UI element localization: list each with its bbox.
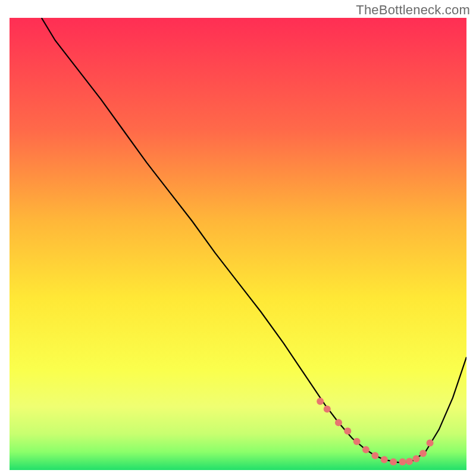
highlight-dot (399, 458, 406, 465)
plot-area (10, 18, 466, 470)
highlight-dot (413, 455, 420, 462)
highlight-dot (371, 452, 378, 459)
highlight-dot (362, 446, 369, 453)
highlight-dot (335, 419, 342, 426)
highlight-dot (353, 438, 361, 445)
highlight-dot (427, 439, 434, 446)
highlight-dot (344, 428, 351, 435)
highlight-dot (390, 458, 397, 465)
highlight-dot (317, 398, 324, 405)
watermark-text: TheBottleneck.com (356, 2, 470, 18)
highlight-dot (381, 456, 388, 464)
chart-container: TheBottleneck.com (0, 0, 476, 476)
highlight-dot (324, 405, 331, 412)
highlight-dot (406, 458, 413, 465)
gradient-background (10, 18, 466, 470)
highlight-dot (419, 450, 427, 457)
chart-svg (10, 18, 466, 470)
